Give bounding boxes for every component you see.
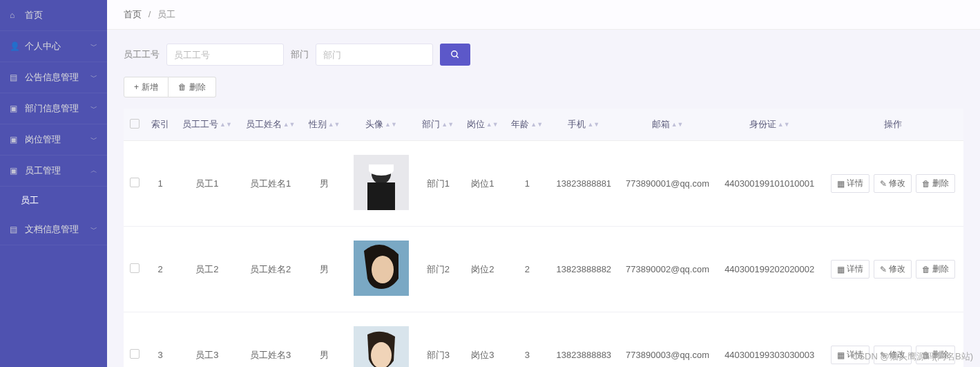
add-button[interactable]: + 新增 bbox=[124, 77, 169, 97]
trash-icon: 🗑 bbox=[178, 82, 186, 92]
edit-button[interactable]: ✎修改 bbox=[874, 174, 912, 193]
user-icon: 👤 bbox=[10, 41, 19, 51]
trash-icon: 🗑 bbox=[922, 179, 930, 189]
cell-post: 岗位3 bbox=[461, 312, 506, 368]
detail-button[interactable]: ▦详情 bbox=[831, 260, 869, 279]
row-delete-button[interactable]: 🗑删除 bbox=[916, 260, 955, 279]
filter-bar: 员工工号 部门 bbox=[124, 44, 963, 66]
edit-icon: ✎ bbox=[880, 265, 887, 274]
select-all-checkbox[interactable] bbox=[130, 119, 140, 129]
filter-label-dept: 部门 bbox=[291, 48, 309, 61]
cell-index: 3 bbox=[145, 312, 175, 368]
sidebar-item-departments[interactable]: ▣ 部门信息管理 ﹀ bbox=[0, 93, 107, 124]
row-checkbox[interactable] bbox=[130, 263, 140, 273]
sidebar-item-label: 公告信息管理 bbox=[25, 71, 90, 84]
cell-age: 1 bbox=[505, 141, 550, 227]
cell-idcard: 440300199303030003 bbox=[717, 312, 822, 368]
cell-empname: 员工姓名2 bbox=[239, 227, 302, 312]
cell-dept: 部门2 bbox=[416, 227, 461, 312]
search-button[interactable] bbox=[440, 44, 470, 66]
sidebar-subitem-employee[interactable]: 员工 bbox=[0, 187, 107, 214]
sidebar-item-posts[interactable]: ▣ 岗位管理 ﹀ bbox=[0, 124, 107, 156]
chevron-down-icon: ﹀ bbox=[90, 41, 97, 51]
row-checkbox[interactable] bbox=[130, 178, 140, 187]
cell-age: 3 bbox=[505, 312, 550, 368]
col-empid[interactable]: 员工工号▲▼ bbox=[175, 109, 239, 141]
cell-idcard: 440300199101010001 bbox=[717, 141, 822, 227]
cell-empid: 员工2 bbox=[175, 227, 239, 312]
home-icon: ⌂ bbox=[10, 10, 19, 20]
sort-icon: ▲▼ bbox=[441, 123, 454, 126]
sidebar-item-notices[interactable]: ▤ 公告信息管理 ﹀ bbox=[0, 62, 107, 93]
cell-dept: 部门1 bbox=[416, 141, 461, 227]
cell-ops: ▦详情 ✎修改 🗑删除 bbox=[822, 227, 963, 312]
search-icon bbox=[450, 50, 460, 59]
filter-input-dept[interactable] bbox=[316, 44, 433, 66]
cell-gender: 男 bbox=[302, 227, 347, 312]
cell-ops: ▦详情 ✎修改 🗑删除 bbox=[822, 141, 963, 227]
cell-empname: 员工姓名3 bbox=[239, 312, 302, 368]
sort-icon: ▲▼ bbox=[328, 123, 340, 126]
sidebar: ⌂ 首页 👤 个人中心 ﹀ ▤ 公告信息管理 ﹀ ▣ 部门信息管理 ﹀ ▣ 岗位… bbox=[0, 0, 107, 367]
sidebar-item-employees[interactable]: ▣ 员工管理 ︿ bbox=[0, 156, 107, 187]
cell-avatar bbox=[347, 312, 416, 368]
cell-avatar bbox=[347, 227, 416, 312]
cell-post: 岗位2 bbox=[461, 227, 506, 312]
sidebar-item-home[interactable]: ⌂ 首页 bbox=[0, 0, 107, 31]
sidebar-item-profile[interactable]: 👤 个人中心 ﹀ bbox=[0, 31, 107, 62]
cell-email: 773890001@qq.com bbox=[618, 141, 717, 227]
col-avatar[interactable]: 头像▲▼ bbox=[347, 109, 416, 141]
dept-icon: ▣ bbox=[10, 104, 19, 113]
cell-phone: 13823888882 bbox=[550, 227, 619, 312]
detail-button[interactable]: ▦详情 bbox=[831, 174, 869, 193]
cell-phone: 13823888881 bbox=[550, 141, 619, 227]
cell-age: 2 bbox=[505, 227, 550, 312]
sidebar-item-documents[interactable]: ▤ 文档信息管理 ﹀ bbox=[0, 214, 107, 245]
table-row: 1 员工1 员工姓名1 男 部门1 岗位1 1 13823888881 7738… bbox=[124, 141, 963, 227]
cell-phone: 13823888883 bbox=[550, 312, 619, 368]
svg-rect-4 bbox=[367, 182, 395, 210]
breadcrumb-home[interactable]: 首页 bbox=[124, 9, 142, 19]
edit-button[interactable]: ✎修改 bbox=[874, 260, 912, 279]
col-age[interactable]: 年龄▲▼ bbox=[505, 109, 550, 141]
sort-icon: ▲▼ bbox=[778, 123, 790, 126]
sidebar-item-label: 员工 bbox=[21, 194, 39, 207]
chevron-down-icon: ﹀ bbox=[90, 104, 97, 113]
emp-icon: ▣ bbox=[10, 166, 19, 176]
avatar-image bbox=[354, 155, 409, 210]
col-empname[interactable]: 员工姓名▲▼ bbox=[239, 109, 302, 141]
cell-empname: 员工姓名1 bbox=[239, 141, 302, 227]
col-email[interactable]: 邮箱▲▼ bbox=[618, 109, 717, 141]
doc-icon: ▤ bbox=[10, 73, 19, 82]
avatar-image bbox=[354, 241, 409, 296]
cell-gender: 男 bbox=[302, 141, 347, 227]
row-checkbox[interactable] bbox=[130, 349, 140, 359]
col-gender[interactable]: 性别▲▼ bbox=[302, 109, 347, 141]
cell-gender: 男 bbox=[302, 312, 347, 368]
svg-line-1 bbox=[457, 56, 459, 58]
sidebar-item-label: 员工管理 bbox=[25, 164, 90, 177]
delete-button[interactable]: 🗑 删除 bbox=[169, 77, 216, 97]
edit-icon: ✎ bbox=[880, 179, 887, 189]
sidebar-item-label: 个人中心 bbox=[25, 40, 90, 53]
employee-table: 索引 员工工号▲▼ 员工姓名▲▼ 性别▲▼ 头像▲▼ 部门▲▼ 岗位▲▼ 年龄▲… bbox=[124, 109, 963, 367]
sidebar-item-label: 岗位管理 bbox=[25, 133, 90, 146]
filter-input-empid[interactable] bbox=[166, 44, 284, 66]
sidebar-item-label: 文档信息管理 bbox=[25, 223, 90, 236]
toolbar: + 新增 🗑 删除 bbox=[124, 77, 963, 97]
chevron-down-icon: ﹀ bbox=[90, 73, 97, 82]
breadcrumb-sep: / bbox=[148, 9, 151, 19]
col-dept[interactable]: 部门▲▼ bbox=[416, 109, 461, 141]
cell-dept: 部门3 bbox=[416, 312, 461, 368]
col-phone[interactable]: 手机▲▼ bbox=[550, 109, 619, 141]
chevron-down-icon: ﹀ bbox=[90, 135, 97, 144]
col-post[interactable]: 岗位▲▼ bbox=[461, 109, 506, 141]
sidebar-item-label: 部门信息管理 bbox=[25, 102, 90, 115]
row-delete-button[interactable]: 🗑删除 bbox=[916, 174, 955, 193]
sort-icon: ▲▼ bbox=[671, 123, 684, 126]
col-idcard[interactable]: 身份证▲▼ bbox=[717, 109, 822, 141]
col-ops: 操作 bbox=[822, 109, 963, 141]
col-index[interactable]: 索引 bbox=[145, 109, 175, 141]
chevron-down-icon: ﹀ bbox=[90, 225, 97, 234]
sort-icon: ▲▼ bbox=[486, 123, 499, 126]
